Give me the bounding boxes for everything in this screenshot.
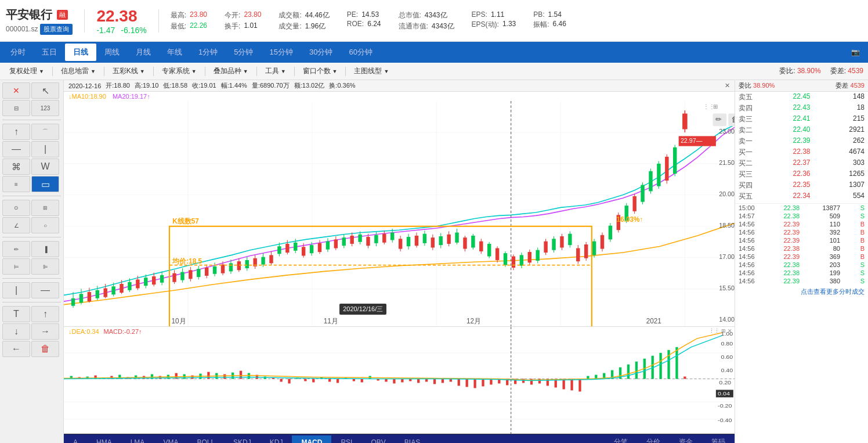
- arrow-up2-button[interactable]: ↑: [31, 306, 59, 322]
- arrow-right-button[interactable]: →: [31, 323, 59, 340]
- chart-toolbar: 复权处理 ▼ 信息地雷 ▼ 五彩K线 ▼ 专家系统 ▼ 叠加品种 ▼ 工具 ▼ …: [0, 63, 868, 80]
- tab-15分钟[interactable]: 15分钟: [261, 44, 301, 61]
- bid2-label: 买二: [739, 159, 756, 168]
- trade-vol-8: 203: [817, 261, 840, 268]
- tab-KDJ[interactable]: KDJ: [261, 435, 292, 443]
- tab-分笔[interactable]: 分笔: [605, 434, 637, 443]
- tab-筹码[interactable]: 筹码: [702, 434, 735, 443]
- macd-tool-icon2[interactable]: ⊞: [721, 328, 726, 334]
- node-tool-button[interactable]: ⊙: [2, 200, 30, 216]
- info-bar-close[interactable]: ✕: [725, 82, 730, 89]
- delete-tool-button[interactable]: 🗑: [31, 341, 59, 357]
- tab-5分钟[interactable]: 5分钟: [226, 44, 261, 61]
- screenshot-icon[interactable]: 📷: [845, 46, 866, 59]
- amount-label: 成交量:: [279, 21, 301, 31]
- price-label-18: 18.50: [719, 222, 735, 229]
- wave-tool-button[interactable]: W: [31, 159, 59, 175]
- tool-row-7: ⊙ ⊞: [2, 200, 61, 216]
- stock-query-button[interactable]: 股票查询: [40, 24, 73, 35]
- line-tool-button[interactable]: —: [2, 141, 30, 157]
- tab-资金[interactable]: 资金: [670, 434, 702, 443]
- curve-tool-button[interactable]: ⌒: [31, 124, 59, 140]
- tab-月线[interactable]: 月线: [128, 44, 159, 61]
- toolbar-权处理[interactable]: 复权处理 ▼: [5, 64, 49, 78]
- toolbar-专家系统[interactable]: 专家系统 ▼: [157, 64, 201, 78]
- tab-五日[interactable]: 五日: [34, 44, 65, 61]
- tab-年线[interactable]: 年线: [159, 44, 190, 61]
- tab-分价[interactable]: 分价: [637, 434, 670, 443]
- draw-tool-2[interactable]: 123: [31, 100, 59, 116]
- tab-A[interactable]: A: [64, 435, 87, 443]
- toolbar-工具[interactable]: 工具 ▼: [261, 64, 291, 78]
- macd-bar: [442, 379, 444, 383]
- trade-time-7: 14:56: [739, 253, 759, 260]
- circle-tool-button[interactable]: ○: [31, 217, 59, 233]
- parallel-tool-button[interactable]: ≡: [2, 176, 30, 192]
- ask5-price: 22.45: [784, 92, 811, 102]
- rect-tool-button[interactable]: ▭: [31, 176, 59, 192]
- ask4-label: 卖四: [739, 103, 756, 113]
- align-right-tool[interactable]: ⊫: [31, 258, 59, 275]
- tool-row-9: ✏ ▐: [2, 241, 61, 257]
- header: 平安银行 融 000001.sz 股票查询 22.38 -1.47 -6.16%…: [0, 0, 868, 42]
- toolbar-窗口个数[interactable]: 窗口个数 ▼: [298, 64, 342, 78]
- tab-RSI[interactable]: RSI: [331, 435, 361, 443]
- text-tool-button[interactable]: T: [2, 306, 30, 322]
- main-chart-canvas[interactable]: 23.00 21.50 20.00 18.50 17.00 15.50 14.0…: [64, 101, 735, 326]
- bid-4-row: 买四 22.35 1307: [735, 180, 868, 191]
- select-tool-button[interactable]: ↖: [31, 82, 59, 99]
- more-trades-link[interactable]: 点击查看更多分时成交: [735, 285, 868, 298]
- svg-rect-30: [144, 278, 147, 286]
- tab-BIAS[interactable]: BIAS: [395, 435, 429, 443]
- tab-OBV[interactable]: OBV: [361, 435, 395, 443]
- tab-日线[interactable]: 日线: [65, 44, 96, 61]
- macd-close-btn[interactable]: ✕: [728, 328, 732, 334]
- close-panel-button[interactable]: ✕: [2, 82, 30, 99]
- tab-30分钟[interactable]: 30分钟: [301, 44, 341, 61]
- arrow-up-button[interactable]: ↑: [2, 124, 30, 140]
- toolbar-sep-3: [153, 67, 154, 76]
- tool-row-14: ← 🗑: [2, 341, 61, 357]
- pen-tool-button[interactable]: ✏: [2, 241, 30, 257]
- tab-BOLL[interactable]: BOLL: [187, 435, 224, 443]
- svg-rect-38: [180, 272, 184, 280]
- tab-MACD[interactable]: MACD: [292, 435, 331, 443]
- align-left-tool[interactable]: ⊨: [2, 258, 30, 275]
- open-value: 23.80: [244, 10, 261, 20]
- chart-tool-icon2[interactable]: ⊞: [713, 103, 718, 110]
- tool-row-13: ↓ →: [2, 323, 61, 340]
- tab-60分钟[interactable]: 60分钟: [341, 44, 380, 61]
- fork-tool-button[interactable]: ⌘: [2, 159, 30, 175]
- tab-HMA[interactable]: HMA: [87, 435, 121, 443]
- draw-tool-1[interactable]: ⊟: [2, 100, 30, 116]
- transform-tool-button[interactable]: ⊞: [31, 200, 59, 216]
- tab-LMA[interactable]: LMA: [121, 435, 154, 443]
- toolbar-主图线型[interactable]: 主图线型 ▼: [349, 64, 393, 78]
- price-label-21: 21.50: [719, 159, 735, 166]
- tab-分时[interactable]: 分时: [2, 44, 34, 61]
- delete-icon[interactable]: 🗑: [731, 115, 735, 124]
- price-label-15: 15.50: [719, 284, 735, 291]
- macd-tool-icon1[interactable]: ⋮⋮: [709, 328, 719, 334]
- horiz-line-tool[interactable]: ―: [31, 282, 59, 298]
- ray-tool-button[interactable]: |: [31, 141, 59, 157]
- low-value: 22.26: [190, 21, 207, 31]
- svg-rect-26: [128, 282, 131, 290]
- edit-icon[interactable]: ✏: [715, 115, 722, 124]
- tab-1分钟[interactable]: 1分钟: [190, 44, 226, 61]
- toolbar-叠加品种[interactable]: 叠加品种 ▼: [209, 64, 253, 78]
- trade-type-1: S: [858, 204, 865, 211]
- tab-周线[interactable]: 周线: [96, 44, 128, 61]
- tab-SKDJ[interactable]: SKDJ: [224, 435, 261, 443]
- bar-chart-tool-button[interactable]: ▐: [31, 241, 59, 257]
- arrow-left-button[interactable]: ←: [2, 341, 30, 357]
- tab-VMA[interactable]: VMA: [154, 435, 187, 443]
- toolbar-五彩K线[interactable]: 五彩K线 ▼: [108, 64, 150, 78]
- angle-tool-button[interactable]: ∠: [2, 217, 30, 233]
- trade-vol-4: 392: [817, 229, 840, 236]
- vert-line-tool[interactable]: |: [2, 282, 30, 298]
- bid5-vol: 554: [838, 192, 865, 201]
- arrow-down-button[interactable]: ↓: [2, 323, 30, 340]
- toolbar-信息地雷[interactable]: 信息地雷 ▼: [56, 64, 100, 78]
- macd-bar: [304, 379, 306, 381]
